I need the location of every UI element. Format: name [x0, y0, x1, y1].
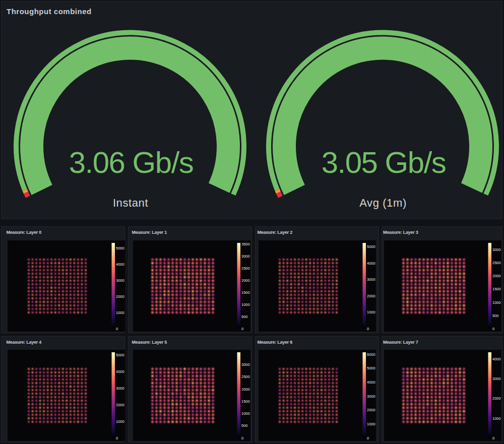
svg-text:1000: 1000 — [116, 419, 124, 424]
svg-text:2000: 2000 — [116, 403, 124, 407]
svg-text:2000: 2000 — [241, 278, 250, 283]
svg-text:1000: 1000 — [367, 310, 375, 314]
svg-text:2000: 2000 — [241, 387, 250, 392]
svg-text:3000: 3000 — [492, 376, 501, 381]
svg-text:2000: 2000 — [492, 396, 501, 401]
svg-text:5000: 5000 — [367, 244, 375, 249]
svg-text:3000: 3000 — [492, 247, 501, 252]
svg-text:4000: 4000 — [367, 380, 375, 385]
svg-text:5000: 5000 — [367, 366, 375, 370]
svg-text:3500: 3500 — [241, 242, 250, 246]
svg-text:2000: 2000 — [116, 294, 124, 299]
svg-text:3000: 3000 — [367, 394, 375, 399]
svg-text:1000: 1000 — [492, 300, 501, 305]
svg-text:500: 500 — [241, 314, 248, 319]
svg-text:6000: 6000 — [367, 352, 375, 357]
svg-text:3000: 3000 — [241, 362, 250, 367]
svg-text:3000: 3000 — [241, 254, 250, 259]
svg-text:4000: 4000 — [116, 262, 124, 267]
svg-text:0: 0 — [367, 436, 369, 440]
svg-text:500: 500 — [492, 313, 499, 318]
svg-text:500: 500 — [241, 423, 248, 428]
svg-text:4000: 4000 — [492, 357, 501, 361]
svg-text:3000: 3000 — [116, 278, 124, 283]
svg-text:0: 0 — [116, 327, 118, 331]
svg-text:1000: 1000 — [492, 416, 501, 421]
svg-text:5000: 5000 — [116, 353, 124, 357]
svg-text:2000: 2000 — [367, 408, 375, 412]
svg-text:0: 0 — [367, 327, 369, 331]
svg-text:1500: 1500 — [241, 290, 250, 295]
svg-text:3000: 3000 — [367, 277, 375, 282]
svg-text:1000: 1000 — [116, 310, 124, 315]
svg-text:1500: 1500 — [241, 399, 250, 404]
svg-text:2500: 2500 — [241, 266, 250, 271]
svg-text:3000: 3000 — [116, 386, 124, 391]
svg-text:0: 0 — [241, 436, 243, 440]
svg-text:1000: 1000 — [241, 302, 250, 307]
svg-text:0: 0 — [492, 436, 494, 440]
svg-text:2500: 2500 — [492, 261, 501, 265]
svg-text:2500: 2500 — [241, 374, 250, 379]
svg-text:1000: 1000 — [241, 411, 250, 416]
svg-text:2000: 2000 — [367, 294, 375, 298]
svg-text:0: 0 — [241, 327, 243, 331]
svg-text:4000: 4000 — [116, 369, 124, 374]
svg-text:2000: 2000 — [492, 274, 501, 278]
svg-text:1500: 1500 — [492, 287, 501, 291]
svg-text:5000: 5000 — [116, 246, 124, 250]
svg-text:0: 0 — [116, 436, 118, 440]
svg-text:0: 0 — [492, 327, 494, 331]
svg-text:4000: 4000 — [367, 261, 375, 266]
svg-text:1000: 1000 — [367, 422, 375, 426]
